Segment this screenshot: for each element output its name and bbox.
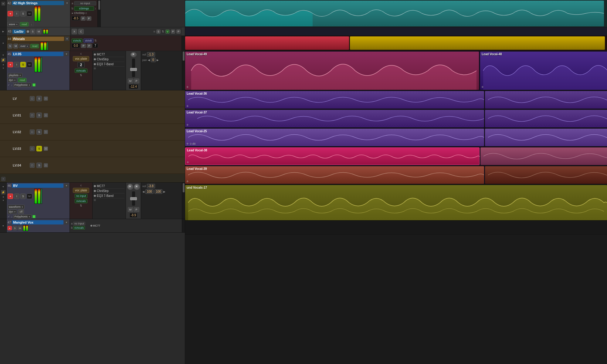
p-btn-42a[interactable]: P xyxy=(81,16,86,21)
p-btn-46[interactable]: P xyxy=(134,207,139,212)
playlist-lv01-up[interactable]: ↑ xyxy=(44,113,48,117)
record-btn-47[interactable]: ● xyxy=(8,226,12,230)
clip-lv39[interactable]: Lead Vocal-39 ✛ xyxy=(185,166,484,184)
track-menu-42[interactable]: ▼ xyxy=(65,1,69,5)
clip-lv48[interactable]: Lead Vocal-48 ✛ xyxy=(480,52,607,90)
record-btn-46[interactable]: ● xyxy=(8,194,13,199)
mute-btn-44[interactable]: M xyxy=(13,44,18,49)
p-btn-44a[interactable]: P xyxy=(81,44,86,48)
pitch-mode-46[interactable]: Polyphonic xyxy=(13,214,32,219)
input-a-47[interactable]: no input xyxy=(73,222,85,225)
playlist-lv04-solo[interactable]: S xyxy=(36,163,42,168)
lightning-45[interactable]: ⚡ xyxy=(1,58,5,62)
playlist-lv-square[interactable]: □ xyxy=(30,96,35,101)
knob-46a[interactable] xyxy=(127,184,133,190)
playlist-add-45[interactable]: + xyxy=(1,177,5,181)
m-btn-45[interactable]: M xyxy=(128,79,133,83)
clip-lv25[interactable]: Lead Vocal-25 ✛ 0 dB xyxy=(185,129,484,146)
p2-btn-43[interactable]: P xyxy=(176,29,181,34)
clip-bv[interactable]: und Vocals-17 xyxy=(185,185,607,220)
playlist-lv03-solo[interactable]: S xyxy=(36,146,42,151)
solo-btn-45[interactable]: S xyxy=(20,62,26,67)
pan-l-val-46[interactable]: 100 xyxy=(145,189,154,194)
track-expand-43[interactable]: ▶ xyxy=(2,30,4,33)
voc-plate-45[interactable]: voc plate xyxy=(73,56,89,61)
track-name-43[interactable]: LwStr xyxy=(12,29,25,34)
clip-lv25-2[interactable] xyxy=(485,129,607,146)
vol-val-46[interactable]: -3.8 xyxy=(147,184,155,188)
track-menu-44[interactable]: ▼ xyxy=(65,37,69,41)
track-menu-46[interactable]: ▼ xyxy=(64,184,69,188)
p-btn-45[interactable]: P xyxy=(134,79,139,83)
no-input-46[interactable]: no input xyxy=(75,194,87,198)
playlist-lv01-solo[interactable]: S xyxy=(36,113,42,118)
input-b-42[interactable]: sStrings xyxy=(74,6,94,11)
scrollbar-44[interactable] xyxy=(182,36,185,51)
track-name-47[interactable]: Mangled Vox xyxy=(12,220,63,224)
scrollbar-46[interactable] xyxy=(182,183,185,219)
wave-mode-42[interactable]: wave xyxy=(8,22,19,26)
solo-btn-47[interactable]: S xyxy=(13,226,17,230)
pan-val-45[interactable]: 0 xyxy=(151,58,156,62)
sMxB-label-44[interactable]: sMxB xyxy=(83,39,93,43)
sVocals-46[interactable]: sVocals xyxy=(75,199,87,203)
p1-btn-43[interactable]: P xyxy=(171,29,175,34)
dyn-mode-46[interactable]: dyn xyxy=(8,210,17,214)
clip-lv38[interactable]: Lead Vocal-38 ✛ xyxy=(185,147,480,165)
playlist-lv02-solo[interactable]: S xyxy=(36,129,42,135)
sVocls-label-44[interactable]: sVocls xyxy=(72,39,83,43)
input-btn-46[interactable]: I xyxy=(14,194,19,199)
lightning-46[interactable]: ⚡ xyxy=(1,190,5,194)
mute-btn-46[interactable]: M xyxy=(27,194,32,199)
clip-44-yellow[interactable] xyxy=(350,36,605,50)
fader-track-46[interactable] xyxy=(132,191,135,206)
playlist-lv-solo[interactable]: S xyxy=(36,96,42,101)
pan-r-val-46[interactable]: 100 xyxy=(154,189,163,194)
playlist-lv02-up[interactable]: ↑ xyxy=(44,130,48,134)
clip-lv38-2[interactable] xyxy=(480,147,607,165)
record-btn-42[interactable]: ● xyxy=(8,11,13,16)
solo-btn-46[interactable]: S xyxy=(20,194,26,199)
track-name-45[interactable]: LV.05 xyxy=(12,52,63,56)
clip-44-red[interactable] xyxy=(185,36,349,50)
input-a-42[interactable]: no input xyxy=(74,1,96,5)
scrollbar-47[interactable] xyxy=(182,219,185,232)
playlist-lv04-square[interactable]: □ xyxy=(30,163,35,168)
solo-btn-44[interactable]: S xyxy=(8,44,12,49)
input-b-47[interactable]: sVocals xyxy=(73,226,85,230)
solo-btn-42[interactable]: S xyxy=(20,11,26,16)
insert-eq-46[interactable]: EQ3 7-Band xyxy=(97,194,114,197)
track-expand-47[interactable]: ▼ xyxy=(2,225,4,227)
c-btn-43[interactable]: C xyxy=(78,29,84,34)
playlists-mode-45[interactable]: playlists xyxy=(8,73,22,77)
mute-btn-45[interactable]: M xyxy=(27,62,32,67)
waveform-mode-46[interactable]: waveform xyxy=(8,205,25,209)
track-name-42[interactable]: 42 High Strings xyxy=(12,1,64,5)
track-name-46[interactable]: BV xyxy=(12,184,63,188)
insert-mc77-46[interactable]: MC77 xyxy=(97,184,105,188)
playlist-lv03-up[interactable]: ↑ xyxy=(44,147,48,151)
trim-btn-42[interactable]: ↓ xyxy=(29,22,34,26)
solo-btn-43[interactable]: S xyxy=(30,29,35,34)
vol-val-45[interactable]: -1.3 xyxy=(147,52,155,57)
sVocals-45[interactable]: sVocals xyxy=(75,69,87,73)
mute-btn-42[interactable]: M xyxy=(27,11,32,16)
clip-lv39-2[interactable] xyxy=(485,166,607,184)
insert-mc77-45[interactable]: MC77 xyxy=(97,53,105,56)
mute-btn-47[interactable]: M xyxy=(18,226,22,230)
playlist-lv03-square[interactable]: □ xyxy=(30,146,35,151)
pitch-mode-45[interactable]: Polyphonic xyxy=(13,83,32,87)
track-collapse-46[interactable]: ▼ xyxy=(2,184,4,188)
playlist-lv-up[interactable]: ↑ xyxy=(44,96,48,101)
mute-btn-43[interactable]: M xyxy=(36,29,41,34)
track-menu-47[interactable]: ▼ xyxy=(64,220,69,224)
track-expand-44[interactable]: ▼ xyxy=(2,42,4,44)
playlist-lv04-up[interactable]: ↑ xyxy=(44,163,48,167)
clip-42[interactable] xyxy=(185,1,604,26)
track-menu-45[interactable]: ▼ xyxy=(64,52,69,56)
fader-thumb-46[interactable] xyxy=(130,197,137,200)
insert-eq-45[interactable]: EQ3 7-Band xyxy=(97,62,114,66)
clip-lv36[interactable]: Lead Vocal-36 ✛ xyxy=(185,91,484,109)
knob-45[interactable] xyxy=(131,52,137,57)
scrollbar-45-top[interactable] xyxy=(182,51,185,90)
